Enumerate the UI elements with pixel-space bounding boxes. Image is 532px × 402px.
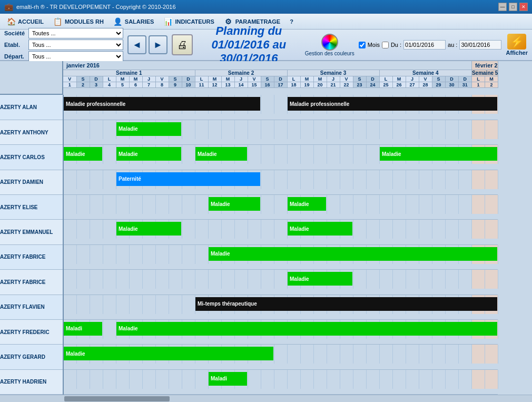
employee-timeline: Maladie — [63, 244, 498, 269]
employee-timeline: MaladieMaladie — [63, 195, 498, 220]
table-row: AZERTY ANTHONYMaladie — [0, 120, 498, 144]
afficher-button[interactable]: ⚡ Afficher — [506, 34, 528, 56]
menu-modules-rh[interactable]: 📋 MODULES RH — [49, 15, 108, 28]
maximize-button[interactable]: □ — [509, 3, 517, 11]
employee-timeline: MaladieMaladieMaladieMaladie — [63, 145, 498, 170]
employee-timeline: MaladiMaladie — [63, 319, 498, 344]
employee-name: AZERTY EMMANUEL — [0, 220, 63, 244]
societe-label: Société — [4, 30, 26, 36]
depart-select[interactable]: Tous ... — [28, 51, 123, 62]
employee-name: AZERTY FABRICE — [0, 270, 63, 295]
table-row: AZERTY GERARDMaladie — [0, 345, 498, 369]
window-controls: — □ ✕ — [498, 3, 528, 11]
title-bar: 💼 emalti-rh ® - TR DEVELOPPEMENT - Copyr… — [0, 0, 532, 14]
color-management-label: Gestion des couleurs — [305, 51, 354, 56]
table-row: AZERTY ALANMaladie professionnelleMaladi… — [0, 95, 498, 120]
color-wheel-icon — [321, 34, 338, 51]
table-row: AZERTY FABRICEMaladie — [0, 270, 498, 295]
employee-timeline: Maladie — [63, 120, 498, 144]
etabl-label: Etabl. — [4, 42, 26, 48]
employee-name: AZERTY ANTHONY — [0, 120, 63, 144]
employee-name: AZERTY GERARD — [0, 345, 63, 369]
du-checkbox[interactable] — [382, 42, 389, 48]
calendar-header-table: janvier 2016février 2016Semaine 1Semaine… — [63, 61, 498, 88]
date-to-input[interactable] — [459, 40, 501, 50]
table-row: AZERTY FABRICEMaladie — [0, 244, 498, 269]
calendar-grid: janvier 2016février 2016Semaine 1Semaine… — [0, 61, 532, 395]
employee-name: AZERTY FREDERIC — [0, 319, 63, 344]
nav-buttons: ◄ ► — [127, 35, 168, 54]
mois-label: Mois — [368, 42, 380, 48]
planning-title-area: Planning du 01/01/2016 au 30/01/2016 — [197, 24, 301, 65]
table-row: AZERTY EMMANUELMaladieMaladie — [0, 220, 498, 244]
minimize-button[interactable]: — — [498, 3, 507, 11]
table-row: AZERTY FLAVIENMi-temps thérapeutique — [0, 295, 498, 319]
employee-timeline: MaladieMaladie — [63, 220, 498, 244]
afficher-icon: ⚡ — [507, 34, 526, 50]
employee-name: AZERTY ALAN — [0, 95, 63, 120]
next-button[interactable]: ► — [149, 35, 168, 54]
employee-name: AZERTY FABRICE — [0, 244, 63, 269]
modules-rh-icon: 📋 — [53, 17, 63, 26]
etabl-select[interactable]: Tous ... — [28, 40, 123, 50]
calendar-body-table: AZERTY ALANMaladie professionnelleMaladi… — [0, 95, 498, 395]
salaries-icon: 👤 — [113, 17, 123, 26]
table-row: AZERTY HADRIENMaladi — [0, 369, 498, 394]
employee-timeline: Maladie — [63, 270, 498, 295]
filter-fields: Société Toutes ... Etabl. Tous ... Dépar… — [4, 28, 123, 62]
menu-salaries[interactable]: 👤 SALARIES — [109, 15, 159, 28]
prev-button[interactable]: ◄ — [127, 35, 146, 54]
employee-name: AZERTY DAMIEN — [0, 170, 63, 194]
planning-title: Planning du 01/01/2016 au 30/01/2016 — [211, 24, 286, 65]
table-row: AZERTY FREDERICMaladiMaladie — [0, 319, 498, 344]
menu-accueil[interactable]: 🏠 ACCUEIL — [2, 15, 48, 28]
accueil-icon: 🏠 — [6, 17, 16, 26]
print-button-area: 🖨 — [172, 34, 193, 55]
calendar-area: janvier 2016février 2016Semaine 1Semaine… — [0, 61, 532, 402]
employee-timeline: Maladie professionnelleMaladie professio… — [63, 95, 498, 120]
employee-timeline: Paternité — [63, 170, 498, 194]
horizontal-scrollbar[interactable] — [0, 395, 532, 402]
du-label: Du : — [391, 42, 401, 48]
close-button[interactable]: ✕ — [519, 3, 528, 11]
mois-checkbox[interactable] — [359, 42, 366, 48]
color-management-button[interactable]: Gestion des couleurs — [305, 34, 354, 56]
scrollbar-thumb[interactable] — [64, 396, 170, 401]
date-filter: Mois Du : au : — [359, 40, 502, 50]
etabl-field: Etabl. Tous ... — [4, 40, 123, 50]
table-row: AZERTY ELISEMaladieMaladie — [0, 195, 498, 220]
table-row: AZERTY DAMIENPaternité — [0, 170, 498, 194]
societe-select[interactable]: Toutes ... — [28, 28, 123, 38]
window-title: emalti-rh ® - TR DEVELOPPEMENT - Copyrig… — [16, 4, 176, 10]
table-row: AZERTY CARLOSMaladieMaladieMaladieMaladi… — [0, 145, 498, 170]
employee-name: AZERTY HADRIEN — [0, 369, 63, 394]
afficher-label: Afficher — [506, 50, 528, 56]
print-button[interactable]: 🖨 — [172, 34, 193, 55]
employee-timeline: Maladie — [63, 345, 498, 369]
employee-name: AZERTY FLAVIEN — [0, 295, 63, 319]
date-from-input[interactable] — [403, 40, 446, 50]
societe-field: Société Toutes ... — [4, 28, 123, 38]
employee-timeline: Maladi — [63, 369, 498, 394]
employee-name: AZERTY ELISE — [0, 195, 63, 220]
indicateurs-icon: 📊 — [163, 17, 173, 26]
depart-label: Départ. — [4, 53, 26, 60]
au-label: au : — [448, 42, 457, 48]
app-window: 💼 emalti-rh ® - TR DEVELOPPEMENT - Copyr… — [0, 0, 532, 402]
toolbar: Société Toutes ... Etabl. Tous ... Dépar… — [0, 30, 532, 61]
employee-timeline: Mi-temps thérapeutique — [63, 295, 498, 319]
employee-name: AZERTY CARLOS — [0, 145, 63, 170]
depart-field: Départ. Tous ... — [4, 51, 123, 62]
